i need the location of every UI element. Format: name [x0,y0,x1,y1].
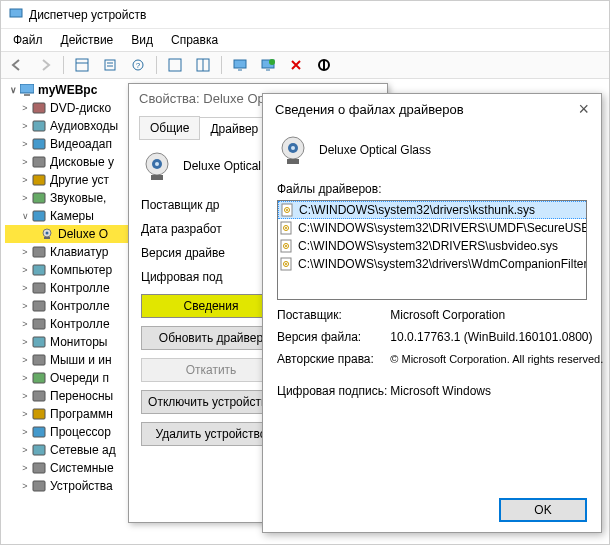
svg-rect-36 [33,391,45,401]
svg-point-61 [285,263,287,265]
sig-value: Microsoft Windows [390,384,491,398]
tb-enable-icon[interactable] [312,54,336,76]
expand-icon[interactable]: > [19,193,31,203]
category-icon [31,335,47,349]
category-icon [31,317,47,331]
category-icon [31,137,47,151]
tree-item-label: Аудиовходы [50,119,118,133]
expand-icon[interactable]: > [19,481,31,491]
expand-icon[interactable]: > [19,103,31,113]
tree-item-label: Мыши и ин [50,353,112,367]
vendor-value: Microsoft Corporation [390,308,505,322]
update-driver-button[interactable]: Обновить драйвер [141,326,281,350]
driver-file-path: C:\WINDOWS\system32\DRIVERS\UMDF\SecureU… [298,221,587,235]
copyright-label: Авторские права: [277,352,387,366]
tree-item-label: Устройства [50,479,113,493]
expand-icon[interactable]: > [19,175,31,185]
tree-item-label: Очереди п [50,371,109,385]
driver-file-row[interactable]: C:\WINDOWS\system32\drivers\WdmCompanion… [278,255,587,273]
tree-device-label: Deluxe O [58,227,108,241]
details-button[interactable]: Сведения [141,294,281,318]
tb-list-icon[interactable] [191,54,215,76]
category-icon [31,299,47,313]
menu-view[interactable]: Вид [123,31,161,49]
tree-item-label: Компьютер [50,263,112,277]
expand-icon[interactable]: > [19,391,31,401]
category-icon [31,461,47,475]
close-icon[interactable]: × [578,99,589,120]
tree-item-label: Клавиатур [50,245,108,259]
expand-icon[interactable]: > [19,247,31,257]
tb-forward-icon[interactable] [33,54,57,76]
menu-file[interactable]: Файл [5,31,51,49]
tb-help-icon[interactable]: ? [126,54,150,76]
tree-item-label: DVD-диско [50,101,111,115]
tree-item-label: Системные [50,461,114,475]
svg-rect-11 [234,60,246,68]
tab-driver[interactable]: Драйвер [199,117,269,140]
category-icon [31,281,47,295]
svg-rect-39 [33,445,45,455]
tree-item-label: Видеоадап [50,137,112,151]
expand-icon[interactable]: > [19,373,31,383]
category-icon [31,371,47,385]
collapse-icon[interactable]: ∨ [7,85,19,95]
driver-files-list[interactable]: C:\WINDOWS\system32\drivers\ksthunk.sysC… [277,200,587,300]
uninstall-device-button[interactable]: Удалить устройство [141,422,281,446]
svg-rect-33 [33,337,45,347]
svg-rect-40 [33,463,45,473]
tb-back-icon[interactable] [5,54,29,76]
svg-point-14 [269,59,275,65]
tb-scan-icon[interactable] [163,54,187,76]
expand-icon[interactable]: > [19,121,31,131]
svg-rect-3 [105,60,115,70]
tb-monitor-icon[interactable] [228,54,252,76]
expand-icon[interactable]: > [19,301,31,311]
menu-help[interactable]: Справка [163,31,226,49]
computer-icon [19,83,35,97]
expand-icon[interactable]: > [19,265,31,275]
expand-icon[interactable]: > [19,445,31,455]
expand-icon[interactable]: > [19,319,31,329]
svg-rect-0 [10,9,22,17]
tab-general[interactable]: Общие [139,116,200,139]
svg-rect-8 [169,59,181,71]
tb-prop-icon[interactable] [98,54,122,76]
svg-rect-22 [33,175,45,185]
svg-rect-41 [33,481,45,491]
tb-view-icon[interactable] [70,54,94,76]
svg-rect-38 [33,427,45,437]
svg-rect-45 [151,175,163,180]
category-icon [31,443,47,457]
category-icon [31,407,47,421]
sig-label: Цифровая подпись: [277,384,387,398]
tb-remove-icon[interactable] [284,54,308,76]
sys-file-icon [280,221,294,235]
ok-button[interactable]: OK [499,498,587,522]
expand-icon[interactable]: > [19,463,31,473]
expand-icon[interactable]: > [19,283,31,293]
driver-file-row[interactable]: C:\WINDOWS\system32\DRIVERS\usbvideo.sys [278,237,587,255]
svg-point-44 [155,162,159,166]
expand-icon[interactable]: > [19,409,31,419]
expand-icon[interactable]: > [19,355,31,365]
menu-action[interactable]: Действие [53,31,122,49]
expand-icon[interactable]: > [19,139,31,149]
category-icon [31,353,47,367]
driver-file-row[interactable]: C:\WINDOWS\system32\drivers\ksthunk.sys [278,201,587,219]
disable-device-button[interactable]: Отключить устройство [141,390,281,414]
titlebar: Диспетчер устройств [1,1,609,29]
category-icon [31,245,47,259]
rollback-button: Откатить [141,358,281,382]
expand-icon[interactable]: > [19,157,31,167]
svg-rect-32 [33,319,45,329]
device-name: Deluxe Optical Glass [319,143,431,157]
collapse-icon[interactable]: ∨ [19,211,31,221]
driver-file-row[interactable]: C:\WINDOWS\system32\DRIVERS\UMDF\SecureU… [278,219,587,237]
svg-rect-19 [33,121,45,131]
expand-icon[interactable]: > [19,427,31,437]
sys-file-icon [280,257,294,271]
tb-update-icon[interactable] [256,54,280,76]
expand-icon[interactable]: > [19,337,31,347]
svg-text:?: ? [136,61,141,70]
